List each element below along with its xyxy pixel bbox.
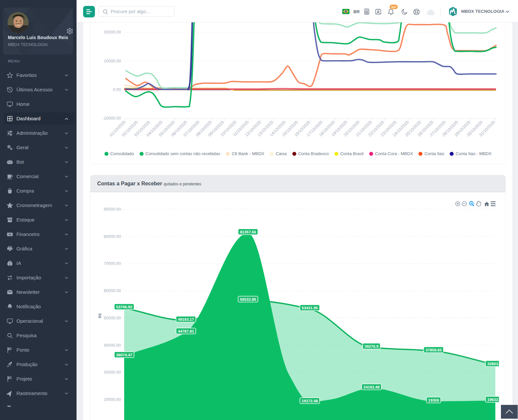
svg-text:0.00: 0.00 [113,87,121,92]
svg-text:50000.00: 50000.00 [104,316,121,320]
svg-text:20000.00: 20000.00 [104,30,121,35]
svg-text:40000.00: 40000.00 [104,343,121,348]
svg-text:81357.66: 81357.66 [240,230,256,234]
svg-text:70000.00: 70000.00 [104,261,121,266]
svg-text:-10000.00: -10000.00 [102,116,121,121]
svg-text:19172.48: 19172.48 [302,399,318,403]
svg-text:49193.17: 49193.17 [178,317,194,322]
svg-text:30000.00: 30000.00 [104,370,121,375]
svg-text:R$: R$ [98,313,102,318]
svg-text:19359: 19359 [428,398,439,403]
svg-text:32803.75: 32803.75 [487,362,504,366]
svg-text:19632.99: 19632.99 [487,397,504,402]
svg-text:53431.95: 53431.95 [302,306,318,310]
svg-text:60000.00: 60000.00 [104,289,121,293]
svg-text:24192.48: 24192.48 [363,385,380,389]
svg-text:20000.00: 20000.00 [104,397,121,402]
svg-text:MBDX: MBDX [455,13,457,14]
svg-text:56532.86: 56532.86 [240,297,256,302]
svg-text:39276.9: 39276.9 [365,344,379,349]
svg-text:36074.47: 36074.47 [116,353,132,357]
svg-text:44787.81: 44787.81 [178,329,194,334]
svg-text:53746.92: 53746.92 [116,305,132,309]
svg-text:37858.83: 37858.83 [425,348,442,352]
svg-text:10000.00: 10000.00 [104,59,121,63]
svg-text:80000.00: 80000.00 [104,234,121,239]
svg-text:90000.00: 90000.00 [104,207,121,212]
